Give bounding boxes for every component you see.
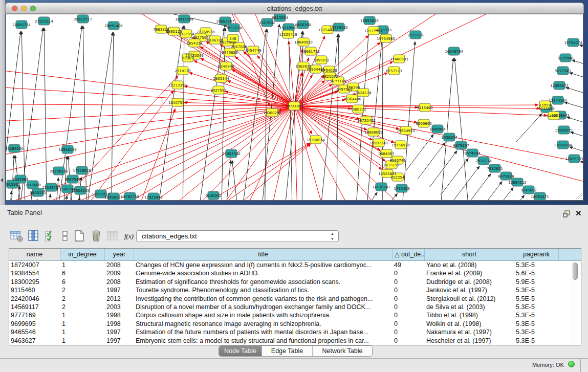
graph-node-label: 6120746 bbox=[389, 159, 406, 163]
delete-table-icon[interactable] bbox=[90, 230, 103, 242]
graph-node-label: 8757513 bbox=[386, 69, 402, 73]
graph-node-label: 6794028 bbox=[321, 69, 337, 73]
cell-pagerank: 5.5E-5 bbox=[514, 295, 559, 303]
graph-node-label: 12923448 bbox=[144, 195, 163, 200]
graph-node-label: 12217987 bbox=[364, 29, 383, 33]
graph-node-label: 22260538 bbox=[197, 30, 215, 34]
table-row[interactable]: 977716911998Corpus callosum shape and si… bbox=[9, 311, 581, 319]
cell-pagerank: 5.9E-5 bbox=[514, 278, 559, 286]
graph-node-label: 7386372 bbox=[350, 107, 366, 112]
graph-node-label: 20364486 bbox=[343, 97, 361, 101]
graph-node-label: 18065471 bbox=[531, 195, 549, 199]
canvas-resize-grip-icon[interactable] bbox=[576, 193, 582, 199]
table-scrollbar-thumb[interactable] bbox=[573, 262, 578, 280]
expand-panel-arrow-icon[interactable] bbox=[1, 178, 3, 182]
cell-in_degree: 1 bbox=[60, 261, 105, 269]
tab-node-table[interactable]: Node Table bbox=[219, 346, 262, 356]
cell-pagerank: 5.3E-5 bbox=[514, 328, 559, 336]
table-panel: Table Panel ✕ bbox=[0, 205, 588, 372]
network-window-title: citations_edges.txt bbox=[6, 5, 583, 12]
graph-node-label: 20691406 bbox=[104, 24, 123, 28]
cell-in_degree: 1 bbox=[60, 311, 105, 319]
graph-node-label: 10688009 bbox=[364, 130, 383, 135]
cell-out: 0 bbox=[393, 286, 425, 294]
graph-node-label: 11254443 bbox=[318, 28, 337, 32]
table-scrollbar[interactable] bbox=[572, 261, 579, 343]
table-row[interactable]: 2242004622012Investigating the contribut… bbox=[9, 295, 581, 303]
graph-node-label: 5905133 bbox=[30, 191, 46, 195]
column-header-in_degree[interactable]: in_degree bbox=[60, 249, 105, 260]
cell-short: Hescheler et al. (1997) bbox=[425, 337, 514, 345]
cell-name: 18300295 bbox=[9, 278, 60, 286]
west-panel-collapsed-strip[interactable] bbox=[0, 0, 5, 205]
graph-node-label: 9699695 bbox=[416, 122, 431, 126]
graph-node-label: 21053346 bbox=[222, 152, 241, 156]
graph-node-label: 25266050 bbox=[6, 147, 24, 151]
row-height-icon[interactable] bbox=[61, 230, 69, 242]
node-table: namein_degreeyeartitle△ out_de...shortpa… bbox=[9, 248, 581, 345]
table-settings-icon[interactable] bbox=[10, 230, 24, 242]
table-row[interactable]: 1938455462009Genome-wide association stu… bbox=[9, 269, 581, 277]
column-header-out[interactable]: △ out_de... bbox=[393, 249, 425, 260]
cell-out: 0 bbox=[393, 311, 425, 319]
table-row[interactable]: 1830029562008Estimation of significance … bbox=[9, 278, 581, 286]
select-columns-icon[interactable] bbox=[44, 230, 57, 242]
graph-node-label: 10654112 bbox=[508, 181, 527, 185]
cell-pagerank: 5.3E-5 bbox=[514, 311, 559, 319]
cell-pagerank: 5.3E-5 bbox=[514, 320, 559, 328]
cell-name: 18724007 bbox=[9, 261, 60, 269]
network-canvas[interactable]: 2405572423931514208537172069140616033809… bbox=[6, 14, 583, 201]
table-row[interactable]: 911546021997Tourette syndrome. Phenomeno… bbox=[9, 286, 581, 294]
column-header-name[interactable]: name bbox=[9, 249, 60, 260]
table-header-row: namein_degreeyeartitle△ out_de...shortpa… bbox=[9, 249, 581, 261]
new-table-icon[interactable] bbox=[73, 230, 86, 242]
cell-in_degree: 1 bbox=[60, 337, 105, 345]
graph-node-label: 10653287 bbox=[216, 19, 234, 24]
cell-name: 9463627 bbox=[9, 337, 60, 345]
graph-node-label: 7955812 bbox=[313, 58, 329, 62]
graph-node-label: 746266 bbox=[346, 85, 360, 90]
graph-node-label: 23931514 bbox=[35, 19, 53, 24]
table-row[interactable]: 946362711997Embryonic stem cells: a mode… bbox=[9, 337, 581, 345]
cell-name: 9465546 bbox=[9, 328, 60, 336]
table-row[interactable]: 969969511998Structural magnetic resonanc… bbox=[9, 320, 581, 328]
column-header-pagerank[interactable]: pagerank bbox=[514, 249, 559, 260]
network-graph[interactable]: 2405572423931514208537172069140616033809… bbox=[6, 14, 583, 200]
cell-out: 49 bbox=[393, 261, 425, 269]
function-builder-icon[interactable]: f(x) bbox=[123, 230, 137, 242]
column-header-title[interactable]: title bbox=[134, 249, 393, 260]
graph-node-label: 9245052 bbox=[205, 194, 221, 198]
table-row[interactable]: 946554611997Estimation of the future num… bbox=[9, 328, 581, 336]
cell-title: Corpus callosum shape and size in male p… bbox=[134, 311, 393, 319]
table-row[interactable]: 1456911722003Disruption of a novel membe… bbox=[9, 303, 581, 311]
cell-out: 0 bbox=[393, 320, 425, 328]
graph-node-label: 15992071 bbox=[555, 128, 573, 133]
tab-edge-table[interactable]: Edge Table bbox=[262, 346, 313, 356]
graph-node-label: 9097548 bbox=[64, 178, 80, 182]
network-window-titlebar[interactable]: citations_edges.txt bbox=[5, 3, 584, 14]
graph-node-label: 8427552 bbox=[210, 89, 226, 93]
show-columns-icon[interactable] bbox=[27, 230, 40, 242]
column-header-year[interactable]: year bbox=[105, 249, 134, 260]
statusbar-divider bbox=[0, 358, 588, 359]
graph-node-label: 12342757 bbox=[42, 186, 60, 190]
graph-node-label: 1654338 bbox=[186, 41, 202, 46]
combobox-stepper-icon[interactable]: ▲▼ bbox=[331, 231, 334, 242]
import-table-icon-disabled bbox=[106, 230, 120, 242]
graph-node-label: 98901 bbox=[182, 56, 193, 60]
graph-node-label: 9245652 bbox=[520, 188, 536, 192]
graph-node-label: 16648794 bbox=[445, 50, 463, 54]
table-selector-combobox[interactable]: citations_edges.txt ▲▼ bbox=[136, 230, 339, 242]
float-panel-icon[interactable] bbox=[563, 210, 571, 217]
table-row[interactable]: 1872400712008Changes of HCN gene express… bbox=[9, 261, 581, 269]
tab-network-table[interactable]: Network Table bbox=[313, 346, 372, 356]
column-header-short[interactable]: short bbox=[425, 249, 514, 260]
graph-node-label: 1615152 bbox=[383, 163, 399, 167]
table-panel-title: Table Panel bbox=[7, 209, 42, 216]
graph-node-label: 9827505 bbox=[192, 36, 208, 40]
cell-short: de Silva et al. (2003) bbox=[425, 303, 514, 311]
graph-node-label: 19756928 bbox=[391, 143, 410, 147]
graph-node-label: 17480503 bbox=[390, 57, 408, 61]
close-panel-icon[interactable]: ✕ bbox=[575, 209, 582, 218]
memory-status-indicator[interactable] bbox=[568, 361, 575, 367]
